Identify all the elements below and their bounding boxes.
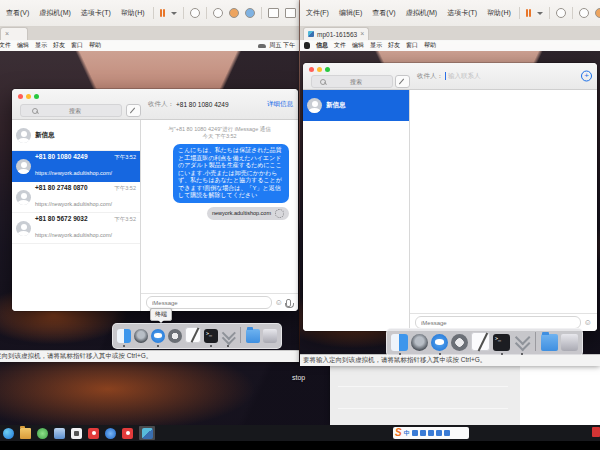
conversation-row[interactable]: +81 80 2748 0870 下午3:52 https://newyork.… [12,182,140,213]
terminal-icon[interactable] [204,329,218,343]
taskbar-app-white-icon[interactable] [71,428,82,439]
menu-edit[interactable]: 编辑(E) [337,7,364,19]
emoji-icon[interactable]: ☺ [584,319,592,327]
taskbar-right-red-icon[interactable] [592,427,600,437]
menubar-status-icon[interactable] [258,44,266,48]
apple-menu-icon[interactable] [304,42,310,49]
search-input[interactable] [40,108,110,114]
search-field[interactable] [20,104,122,117]
mac-menu-app[interactable]: 信息 [316,41,328,50]
menu-file[interactable]: 文件(F) [304,7,331,19]
to-placeholder[interactable]: 输入联系人 [448,72,481,81]
tab-close-icon[interactable]: × [5,31,9,37]
menu-vm[interactable]: 虚拟机(M) [37,7,73,19]
vm-tab-partial[interactable]: × [0,27,28,40]
ime-tools-icon[interactable] [436,430,442,436]
conversation-row-selected[interactable]: 新信息 [303,90,409,121]
messages-icon[interactable] [151,329,165,343]
mac-menu-window[interactable]: 窗口 [71,41,83,50]
add-contact-icon[interactable]: + [581,71,592,82]
snapshot-revert-icon[interactable] [229,8,239,18]
ime-toolbar[interactable]: S 中 [393,427,469,439]
system-preferences-icon[interactable] [451,334,468,351]
vmware-taskbar-tile[interactable] [139,426,155,440]
stack-icon[interactable] [221,329,235,343]
menu-tabs[interactable]: 选项卡(T) [445,7,479,19]
ctrl-alt-del-icon[interactable] [190,8,200,18]
sogou-logo[interactable]: S [395,428,402,438]
mac-menu-help[interactable]: 帮助 [424,41,436,50]
ime-settings-icon[interactable] [444,430,450,436]
mac-menu-help[interactable]: 帮助 [89,41,101,50]
conversation-row[interactable]: +81 80 5672 9032 下午3:52 https://newyork.… [12,213,140,244]
show-thumbnail-bar-icon[interactable] [285,8,296,18]
trash-icon[interactable] [263,329,277,343]
finder-icon[interactable] [391,334,408,351]
snapshot-revert-icon[interactable] [595,8,600,18]
browser-icon[interactable] [3,428,14,439]
ime-language-toggle[interactable]: 中 [404,429,410,438]
mac-menu-buddies[interactable]: 好友 [388,41,400,50]
downloads-folder-icon[interactable] [541,334,558,351]
downloads-folder-icon[interactable] [246,329,260,343]
mac-menu-edit[interactable]: 编辑 [17,41,29,50]
details-link[interactable]: 详细信息 [267,100,293,109]
file-explorer-icon[interactable] [20,428,31,439]
menu-help[interactable]: 帮助(H) [485,7,513,19]
mac-menu-edit[interactable]: 编辑 [352,41,364,50]
microphone-icon[interactable] [286,299,291,307]
background-window[interactable] [330,366,600,425]
menu-view[interactable]: 查看(V) [4,7,31,19]
ime-voice-icon[interactable] [428,430,434,436]
mac-menu-file[interactable]: 文件 [334,41,346,50]
conversation-row-new[interactable]: 新信息 [12,120,140,151]
terminal-icon[interactable] [493,334,510,351]
ime-symbols-icon[interactable] [420,430,426,436]
compose-button[interactable] [395,75,410,88]
system-preferences-icon[interactable] [168,329,182,343]
taskbar-app-red2-icon[interactable] [122,428,133,439]
snapshot-take-icon[interactable] [213,8,223,18]
ctrl-alt-del-icon[interactable] [556,8,566,18]
launchpad-icon[interactable] [411,334,428,351]
tab-close-icon[interactable]: × [360,31,364,37]
mac-menu-window[interactable]: 窗口 [406,41,418,50]
mac-menu-buddies[interactable]: 好友 [53,41,65,50]
zoom-window-icon[interactable] [325,67,330,72]
ime-keyboard-icon[interactable] [412,430,418,436]
conversation-row-selected[interactable]: +81 80 1080 4249 下午3:52 https://newyork.… [12,151,140,182]
search-input[interactable] [328,79,384,85]
menu-help[interactable]: 帮助(H) [119,7,147,19]
trash-icon[interactable] [561,334,578,351]
mac-menu-view[interactable]: 显示 [370,41,382,50]
messages-icon[interactable] [431,334,448,351]
finder-icon[interactable] [117,329,131,343]
taskbar-app-blue-doc-icon[interactable] [54,428,65,439]
taskbar-app-red-icon[interactable] [88,428,99,439]
link-preview-bubble[interactable]: newyork.adultishop.com [207,207,289,220]
snapshot-manager-icon[interactable] [245,8,255,18]
suspend-dropdown-icon[interactable] [171,12,177,15]
mac-menu-file[interactable]: 文件 [0,41,11,50]
zoom-window-icon[interactable] [34,94,39,99]
close-window-icon[interactable] [309,67,314,72]
vm-tab[interactable]: mp01-161563 × [303,27,369,40]
snapshot-take-icon[interactable] [579,8,589,18]
menu-tabs[interactable]: 选项卡(T) [79,7,113,19]
suspend-icon[interactable] [160,9,165,17]
taskbar-app-green-icon[interactable] [37,428,48,439]
compose-button[interactable] [126,104,141,117]
show-library-icon[interactable] [268,8,279,18]
close-window-icon[interactable] [18,94,23,99]
stack-icon[interactable] [513,334,530,351]
to-value[interactable]: +81 80 1080 4249 [176,101,229,108]
textedit-icon[interactable] [185,327,201,343]
suspend-dropdown-icon[interactable] [537,12,543,15]
search-field[interactable] [311,75,393,88]
menu-vm[interactable]: 虚拟机(M) [404,7,440,19]
taskbar-app-blue-round-icon[interactable] [105,428,116,439]
launchpad-icon[interactable] [134,329,148,343]
suspend-icon[interactable] [526,9,531,17]
textedit-icon[interactable] [471,332,490,351]
menubar-clock[interactable]: 周五 下午 [269,41,295,50]
